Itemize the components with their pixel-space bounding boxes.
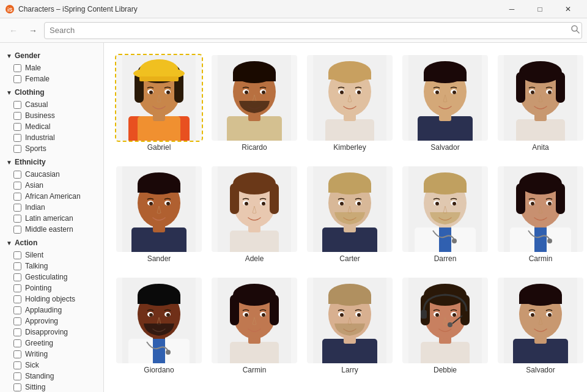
checkbox-gender-female[interactable] [13, 75, 21, 83]
checkbox-clothing-sports[interactable] [13, 145, 21, 153]
section-header-clothing[interactable]: ▼Clothing [0, 84, 103, 99]
checkbox-action-silent[interactable] [13, 251, 21, 259]
checkbox-ethnicity-latin-american[interactable] [13, 215, 21, 223]
filter-action-sick[interactable]: Sick [0, 360, 103, 371]
character-item-carmin-9[interactable]: Carmin [495, 164, 586, 265]
checkbox-gender-male[interactable] [13, 64, 21, 72]
checkbox-action-sick[interactable] [13, 361, 21, 369]
character-item-darren-8[interactable]: Darren [400, 164, 490, 265]
filter-label-sports: Sports [25, 144, 46, 153]
checkbox-action-writing[interactable] [13, 350, 21, 358]
filter-action-talking[interactable]: Talking [0, 261, 103, 272]
character-name-3: Salvador [430, 143, 459, 152]
svg-point-53 [519, 61, 562, 83]
filter-action-applauding[interactable]: Applauding [0, 305, 103, 316]
svg-point-68 [149, 202, 153, 205]
checkbox-clothing-industrial[interactable] [13, 134, 21, 142]
filter-action-disapproving[interactable]: Disapproving [0, 327, 103, 338]
filter-label-middle-eastern: Middle eastern [25, 225, 73, 234]
filter-action-gesticulating[interactable]: Gesticulating [0, 272, 103, 283]
search-input[interactable] [44, 22, 582, 39]
character-grid-area: GabrielRicardoKimberleySalvadorAnitaSand… [104, 43, 587, 392]
checkbox-action-talking[interactable] [13, 262, 21, 270]
filter-action-silent[interactable]: Silent [0, 250, 103, 261]
checkbox-action-gesticulating[interactable] [13, 273, 21, 281]
filter-label-greeting: Greeting [25, 339, 53, 347]
character-item-anita-4[interactable]: Anita [495, 53, 586, 154]
filter-action-standing[interactable]: Standing [0, 371, 103, 382]
checkbox-ethnicity-indian[interactable] [13, 204, 21, 212]
checkbox-action-pointing[interactable] [13, 284, 21, 292]
section-header-action[interactable]: ▼Action [0, 235, 103, 250]
svg-point-58 [531, 91, 534, 94]
checkbox-action-approving[interactable] [13, 317, 21, 325]
svg-point-79 [245, 202, 248, 205]
character-image-9 [498, 166, 583, 252]
checkbox-clothing-business[interactable] [13, 112, 21, 120]
filter-clothing-business[interactable]: Business [0, 110, 103, 121]
character-item-salvador-3[interactable]: Salvador [400, 53, 490, 154]
section-header-ethnicity[interactable]: ▼Ethnicity [0, 154, 103, 169]
checkbox-action-applauding[interactable] [13, 306, 21, 314]
filter-action-sitting[interactable]: Sitting [0, 382, 103, 392]
filter-ethnicity-caucasian[interactable]: Caucasian [0, 169, 103, 180]
svg-point-113 [531, 202, 534, 205]
checkbox-ethnicity-asian[interactable] [13, 182, 21, 190]
svg-point-90 [357, 202, 361, 205]
svg-point-89 [340, 202, 344, 205]
filter-label-business: Business [25, 111, 55, 120]
checkbox-action-standing[interactable] [13, 372, 21, 380]
svg-point-59 [548, 91, 552, 94]
character-item-debbie-13[interactable]: Debbie [400, 275, 490, 377]
filter-ethnicity-latin-american[interactable]: Latin american [0, 213, 103, 224]
filter-gender-male[interactable]: Male [0, 62, 103, 73]
checkbox-clothing-casual[interactable] [13, 101, 21, 109]
filter-clothing-casual[interactable]: Casual [0, 99, 103, 110]
filter-clothing-medical[interactable]: Medical [0, 121, 103, 132]
minimize-button[interactable]: ─ [498, 0, 526, 18]
filter-gender-female[interactable]: Female [0, 73, 103, 84]
search-button[interactable] [571, 25, 580, 35]
section-label-action: Action [15, 239, 37, 247]
character-item-ricardo-1[interactable]: Ricardo [209, 53, 300, 154]
filter-ethnicity-asian[interactable]: Asian [0, 180, 103, 191]
filter-ethnicity-african-american[interactable]: African American [0, 191, 103, 202]
character-item-adele-6[interactable]: Adele [209, 164, 300, 265]
character-item-sander-5[interactable]: Sander [114, 164, 204, 265]
filter-ethnicity-indian[interactable]: Indian [0, 202, 103, 213]
character-item-kimberley-2[interactable]: Kimberley [305, 53, 395, 154]
svg-point-27 [245, 91, 248, 94]
character-item-carter-7[interactable]: Carter [305, 164, 395, 265]
character-item-gabriel-0[interactable]: Gabriel [114, 53, 204, 154]
checkbox-action-disapproving[interactable] [13, 328, 21, 336]
checkbox-ethnicity-middle-eastern[interactable] [13, 226, 21, 234]
checkbox-ethnicity-caucasian[interactable] [13, 171, 21, 179]
filter-label-applauding: Applauding [25, 306, 62, 314]
character-item-salvador-14[interactable]: Salvador [495, 275, 586, 377]
filter-ethnicity-middle-eastern[interactable]: Middle eastern [0, 224, 103, 235]
checkbox-action-holding-objects[interactable] [13, 295, 21, 303]
filter-action-writing[interactable]: Writing [0, 349, 103, 360]
section-header-gender[interactable]: ▼Gender [0, 48, 103, 62]
checkbox-action-greeting[interactable] [13, 339, 21, 347]
filter-action-pointing[interactable]: Pointing [0, 283, 103, 294]
filter-action-approving[interactable]: Approving [0, 316, 103, 327]
maximize-button[interactable]: □ [526, 0, 554, 18]
forward-button[interactable]: → [24, 22, 42, 39]
close-button[interactable]: ✕ [554, 0, 582, 18]
filter-clothing-sports[interactable]: Sports [0, 143, 103, 154]
checkbox-action-sitting[interactable] [13, 383, 21, 391]
character-item-carmin-11[interactable]: Carmin [209, 275, 300, 377]
filter-clothing-industrial[interactable]: Industrial [0, 132, 103, 143]
svg-rect-96 [424, 183, 467, 193]
character-item-giordano-10[interactable]: Giordano [114, 275, 204, 377]
character-item-larry-12[interactable]: Larry [305, 275, 395, 377]
title-bar: iS Characters – iSpring Content Library … [0, 0, 587, 18]
svg-point-47 [435, 91, 439, 94]
checkbox-clothing-medical[interactable] [13, 123, 21, 131]
svg-rect-76 [270, 183, 279, 214]
filter-action-holding-objects[interactable]: Holding objects [0, 294, 103, 305]
checkbox-ethnicity-african-american[interactable] [13, 193, 21, 201]
filter-action-greeting[interactable]: Greeting [0, 338, 103, 349]
back-button[interactable]: ← [5, 22, 22, 39]
